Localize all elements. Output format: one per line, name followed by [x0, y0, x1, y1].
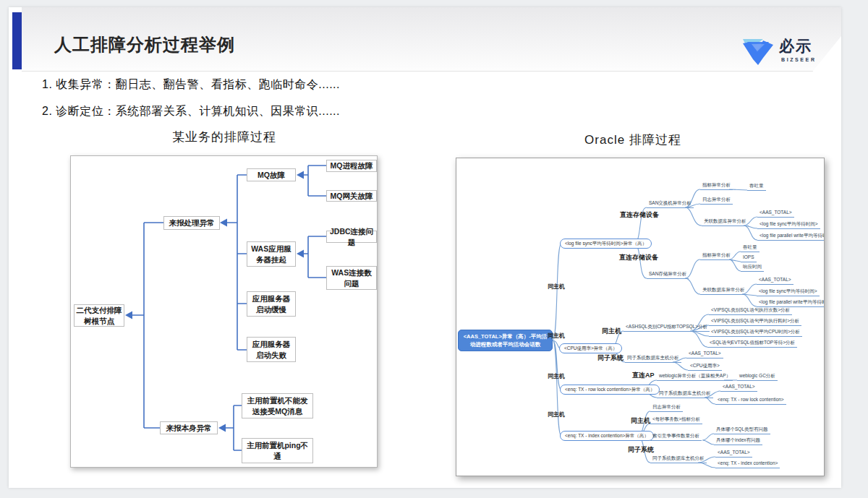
- node-root: 二代支付排障树根节点: [74, 304, 124, 327]
- business-tree-panel: 二代支付排障树根节点 来报处理异常 MQ故障 MQ进程故障 MQ网关故障 WAS…: [70, 155, 378, 468]
- logo-name: 必示: [779, 36, 812, 56]
- leaf-vipsql-cpu: <VIPSQL类别SQL语句平均CPU时间>分析: [709, 329, 802, 337]
- leaf-aas-1: <AAS_TOTAL>: [757, 210, 794, 218]
- node-appserver-fail: 应用服务器启动失败: [247, 337, 296, 362]
- edge-label-2: 同主机: [548, 332, 565, 340]
- slide: 人工排障分析过程举例 必示 BIZSEER 1. 收集异常：翻日志、翻告警、看指…: [9, 7, 841, 488]
- bizseer-logo-icon: [741, 38, 775, 65]
- label-subsys-b4: 同子系统: [628, 445, 654, 455]
- leaf-cpu-b2: <CPU使用率>: [688, 363, 722, 371]
- leaf-aas-2: <AAS_TOTAL>: [757, 277, 793, 285]
- leaf-vipsql-avgt: <VIPSQL类别SQL语句平均执行耗时>分析: [709, 318, 801, 326]
- node-relateddb-2: 关联数据库异常分析: [700, 287, 747, 295]
- leaf-iops: IOPS: [741, 254, 757, 262]
- edge-label-3: 同主机: [548, 372, 565, 380]
- node-subsysdb-b2: 同子系统数据库主机分析: [625, 355, 681, 363]
- node-branch1: 来报处理异常: [163, 216, 220, 230]
- leaf-lfpw-2: <log file parallel write平均等待时间>: [757, 299, 825, 307]
- map-root-node: <AAS_TOTAL>异常（高）-平均活动进程数或者平均活动会话数: [458, 330, 553, 351]
- bullet-1: 1. 收集异常：翻日志、翻告警、看指标、跑临时命令......: [42, 77, 340, 93]
- slide-screenshot: { "slide": { "title": "人工排障分析过程举例", "log…: [0, 0, 868, 498]
- leaf-lfpw-1: <log file parallel write平均等待时间>: [757, 233, 825, 241]
- leaf-aas-b2: <AAS_TOTAL>: [686, 351, 723, 359]
- node-san-switch: SAN交换机异常分析: [647, 200, 694, 208]
- leaf-throughput-2: 吞吐量: [741, 244, 760, 252]
- leaf-indexcont-b4: <enq: TX - index contention>: [715, 460, 780, 468]
- leaf-which-sql: 具体哪个SQL类型有问题: [714, 426, 770, 434]
- edge-label-4: 同主机: [548, 411, 565, 418]
- anomaly-cpu: <CPU使用率>异常（高）: [559, 343, 622, 353]
- node-weblogic: weblogic异常分析（直接相关AP）: [657, 373, 733, 381]
- node-subsysdb-b3: 同子系统数据库主机分析: [657, 390, 713, 398]
- anomaly-rowlock: <enq: TX - row lock contention>异常（高）: [560, 385, 660, 395]
- node-frontend-mq: 主用前置机不能发送接受MQ消息: [242, 393, 313, 418]
- leaf-throughput-1: 吞吐量: [747, 183, 766, 191]
- label-das-1: 直连存储设备: [620, 210, 659, 220]
- leaf-weblogic-gc: weblogic GC分析: [737, 373, 778, 381]
- leaf-lfs-2: <log file sync平均等待时间>: [757, 288, 820, 296]
- accent-bar: [12, 12, 22, 69]
- logo-subtext: BIZSEER: [781, 57, 817, 62]
- bizseer-logo: 必示 BIZSEER: [741, 36, 835, 71]
- node-branch2: 来报本身异常: [160, 421, 218, 434]
- node-mq-process: MQ进程故障: [326, 160, 377, 172]
- node-was-hang: WAS应用服务器挂起: [247, 241, 296, 267]
- node-relateddb-1: 关联数据库异常分析: [702, 218, 749, 226]
- label-samehost-b4: 同主机: [631, 416, 650, 426]
- node-indexcontest: 索引竞争事件数量分析: [650, 433, 702, 441]
- leaf-which-index: 具体哪个index有问题: [714, 437, 762, 445]
- node-jdbc: JDBC连接问题: [326, 231, 377, 243]
- label-das-2: 直连存储设备: [619, 253, 658, 262]
- node-subsysdb-b4: 同子系统数据库主机分析: [650, 455, 707, 463]
- left-diagram-title: 某业务的排障过程: [145, 129, 304, 145]
- node-was-conn: WAS连接数问题: [326, 266, 377, 290]
- node-ash-topsql: <ASHSQL类别CPU指标TOPSQL>分析: [624, 324, 710, 332]
- anomaly-indexcont: <enq: TX - index contention>异常（高）: [560, 431, 654, 441]
- node-mq-fault: MQ故障: [247, 168, 296, 181]
- node-metric-1: 指标异常分析: [700, 182, 733, 190]
- node-metric-2: 指标异常分析: [700, 252, 733, 260]
- leaf-aas-b3: <AAS_TOTAL>: [720, 384, 757, 392]
- oracle-map-panel: <AAS_TOTAL>异常（高）-平均活动进程数或者平均活动会话数 同主机 同主…: [456, 158, 825, 476]
- label-samehost-b2: 同主机: [602, 327, 621, 336]
- bullet-2: 2. 诊断定位：系统部署关系、计算机知识、因果常识......: [42, 104, 340, 119]
- node-san-storage: SAN存储异常分析: [647, 271, 689, 279]
- page-title: 人工排障分析过程举例: [54, 33, 235, 56]
- leaf-vipsql-exec: <VIPSQL类别SQL语句执行次数>分析: [709, 307, 792, 315]
- node-frontend-ping: 主用前置机ping不通: [242, 438, 313, 463]
- node-appserver-slow: 应用服务器启动缓慢: [247, 291, 296, 317]
- node-log-b4: 日志异常分析: [650, 404, 683, 412]
- node-log-1: 日志异常分析: [700, 197, 733, 205]
- label-subsys-b2: 同子系统: [597, 353, 624, 363]
- leaf-resptime: 响应时间: [741, 264, 764, 272]
- right-diagram-title: Oracle 排障过程: [553, 132, 712, 148]
- anomaly-logfilesync: <log file sync平均等待时间>异常（高）: [560, 239, 652, 249]
- leaf-evtsql-top: <SQL语句EVTSQL值指标TOP等待>分析: [707, 340, 797, 348]
- edge-label-1: 同主机: [548, 283, 565, 291]
- node-tps: <每秒事务数>指标分析: [650, 416, 702, 424]
- label-directap: 直连AP: [632, 371, 655, 380]
- leaf-lfs-1: <log file sync平均等待时间>: [757, 221, 820, 229]
- leaf-rowlock-b3: <enq: TX - row lock contention>: [715, 397, 786, 405]
- leaf-aas-b4: <AAS_TOTAL>: [715, 450, 752, 458]
- node-mq-gateway: MQ网关故障: [326, 190, 377, 202]
